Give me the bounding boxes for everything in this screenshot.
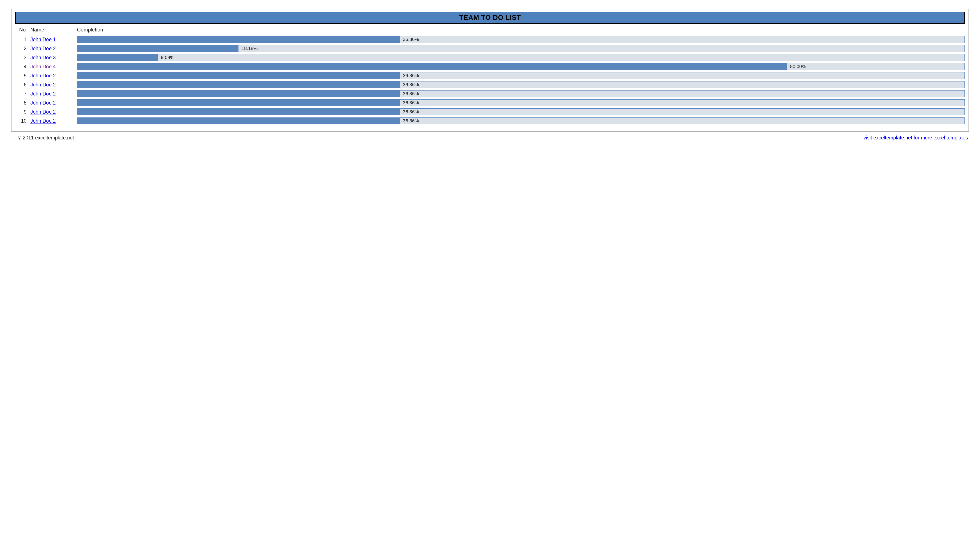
progress-bar: 18.18% — [77, 45, 965, 52]
person-link[interactable]: John Doe 2 — [30, 73, 56, 78]
progress-bar: 36.36% — [77, 81, 965, 88]
row-number: 5 — [15, 72, 29, 80]
page-title: TEAM TO DO LIST — [15, 12, 965, 24]
person-link[interactable]: John Doe 3 — [30, 55, 56, 60]
row-name-cell: John Doe 1 — [29, 35, 74, 44]
row-number: 3 — [15, 53, 29, 62]
header-completion: Completion — [74, 26, 965, 35]
row-number: 4 — [15, 62, 29, 71]
progress-bar: 36.36% — [77, 90, 965, 97]
progress-bar-label: 18.18% — [239, 46, 258, 51]
row-number: 1 — [15, 35, 29, 44]
row-number: 6 — [15, 80, 29, 89]
header-no: No — [15, 26, 29, 35]
row-name-cell: John Doe 2 — [29, 44, 74, 53]
progress-bar-fill — [77, 81, 400, 88]
person-link[interactable]: John Doe 2 — [30, 109, 56, 114]
footer-copyright: © 2011 exceltemplate.net — [18, 135, 74, 141]
row-name-cell: John Doe 3 — [29, 53, 74, 62]
progress-bar-label: 36.36% — [400, 109, 419, 114]
progress-bar-fill — [77, 109, 400, 115]
row-number: 10 — [15, 117, 29, 126]
row-bar-cell: 80.00% — [74, 62, 965, 71]
person-link[interactable]: John Doe 4 — [30, 64, 56, 69]
row-bar-cell: 36.36% — [74, 116, 965, 126]
person-link[interactable]: John Doe 2 — [30, 46, 56, 51]
progress-bar-fill — [77, 100, 400, 106]
progress-bar-label: 36.36% — [400, 91, 419, 97]
data-grid: No Name Completion 1John Doe 136.36%2Joh… — [15, 26, 965, 126]
row-bar-cell: 36.36% — [74, 98, 965, 107]
row-name-cell: John Doe 2 — [29, 89, 74, 98]
row-bar-cell: 18.18% — [74, 44, 965, 53]
row-bar-cell: 36.36% — [74, 80, 965, 89]
progress-bar-fill — [77, 45, 239, 52]
row-number: 8 — [15, 99, 29, 107]
progress-bar-fill — [77, 36, 400, 43]
progress-bar-label: 36.36% — [400, 100, 419, 106]
progress-bar-fill — [77, 118, 400, 124]
progress-bar: 80.00% — [77, 63, 965, 70]
row-name-cell: John Doe 2 — [29, 99, 74, 107]
row-number: 7 — [15, 89, 29, 98]
person-link[interactable]: John Doe 2 — [30, 118, 56, 124]
row-name-cell: John Doe 4 — [29, 62, 74, 71]
row-bar-cell: 36.36% — [74, 71, 965, 80]
content-frame: TEAM TO DO LIST No Name Completion 1John… — [11, 9, 969, 132]
row-bar-cell: 36.36% — [74, 35, 965, 44]
progress-bar: 36.36% — [77, 99, 965, 106]
progress-bar-label: 9.09% — [158, 55, 174, 60]
progress-bar: 36.36% — [77, 36, 965, 43]
progress-bar-fill — [77, 64, 787, 70]
row-name-cell: John Doe 2 — [29, 108, 74, 116]
progress-bar-fill — [77, 91, 400, 97]
person-link[interactable]: John Doe 2 — [30, 91, 56, 97]
progress-bar-label: 80.00% — [787, 64, 806, 69]
row-bar-cell: 36.36% — [74, 107, 965, 116]
footer-link[interactable]: visit exceltemplate.net for more excel t… — [864, 135, 968, 140]
row-name-cell: John Doe 2 — [29, 80, 74, 89]
person-link[interactable]: John Doe 2 — [30, 82, 56, 87]
row-number: 9 — [15, 108, 29, 116]
person-link[interactable]: John Doe 1 — [30, 37, 56, 42]
person-link[interactable]: John Doe 2 — [30, 100, 56, 106]
progress-bar-fill — [77, 54, 158, 61]
footer: © 2011 exceltemplate.net visit exceltemp… — [11, 132, 969, 141]
row-bar-cell: 9.09% — [74, 53, 965, 62]
progress-bar: 36.36% — [77, 118, 965, 124]
progress-bar-label: 36.36% — [400, 118, 419, 124]
row-name-cell: John Doe 2 — [29, 72, 74, 80]
progress-bar-label: 36.36% — [400, 73, 419, 78]
progress-bar-label: 36.36% — [400, 82, 419, 87]
progress-bar: 36.36% — [77, 72, 965, 79]
progress-bar: 36.36% — [77, 108, 965, 115]
footer-link-wrap: visit exceltemplate.net for more excel t… — [864, 135, 968, 141]
row-number: 2 — [15, 44, 29, 53]
progress-bar-fill — [77, 72, 400, 79]
row-bar-cell: 36.36% — [74, 89, 965, 98]
row-name-cell: John Doe 2 — [29, 117, 74, 126]
progress-bar: 9.09% — [77, 54, 965, 61]
header-name: Name — [29, 26, 74, 35]
progress-bar-label: 36.36% — [400, 37, 419, 42]
